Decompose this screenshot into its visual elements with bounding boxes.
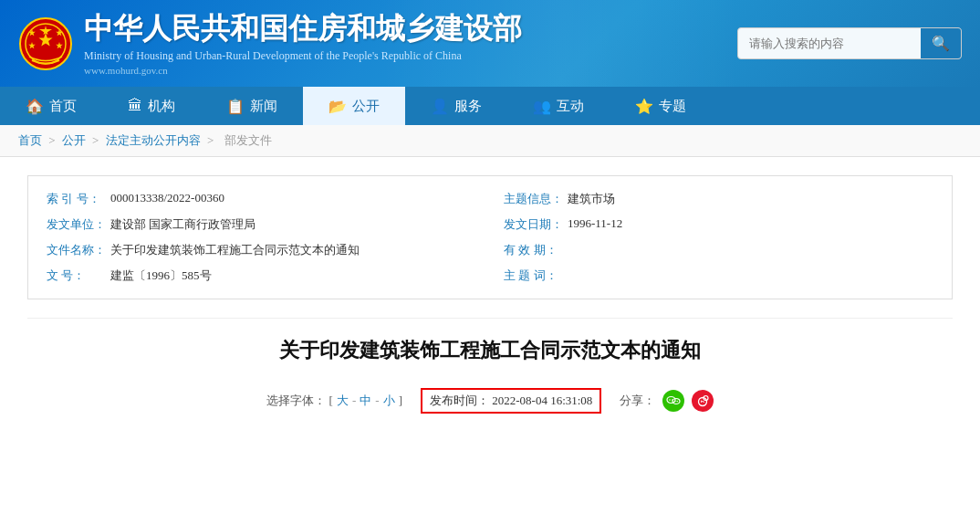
publish-time-box: 发布时间： 2022-08-04 16:31:08	[421, 388, 601, 414]
breadcrumb-content[interactable]: 法定主动公开内容	[106, 133, 201, 147]
issuer-value: 建设部 国家工商行政管理局	[110, 216, 255, 233]
header-left: 中华人民共和国住房和城乡建设部 Ministry of Housing and …	[18, 11, 522, 76]
organization-icon: 🏛	[128, 98, 142, 114]
publish-time-value: 2022-08-04 16:31:08	[492, 393, 592, 407]
publish-time-label: 发布时间：	[430, 393, 489, 407]
index-label: 索 引 号：	[47, 191, 110, 207]
font-bracket-open: [	[329, 393, 333, 408]
nav-label-interaction: 互动	[557, 98, 584, 115]
header-main-title: 中华人民共和国住房和城乡建设部	[84, 11, 522, 46]
interaction-icon: 👥	[533, 98, 551, 115]
validity-label: 有 效 期：	[504, 242, 568, 258]
doc-meta: 索 引 号： 000013338/2022-00360 主题信息： 建筑市场 发…	[27, 175, 953, 299]
main-nav: 🏠 首页 🏛 机构 📋 新闻 📂 公开 👤 服务 👥 互动 ⭐ 专题	[0, 87, 980, 125]
nav-label-service: 服务	[454, 98, 482, 115]
font-medium-button[interactable]: 中	[360, 393, 371, 409]
nav-item-news[interactable]: 📋 新闻	[201, 87, 303, 125]
meta-docnumber: 文 号： 建监〔1996〕585号	[47, 267, 476, 284]
font-size-label: 选择字体：	[266, 393, 326, 409]
logo-emblem	[18, 16, 73, 71]
svg-point-13	[674, 401, 675, 402]
doc-toolbar: 选择字体： [ 大 - 中 - 小 ] 发布时间： 2022-08-04 16:…	[27, 379, 953, 423]
issue-date-value: 1996-11-12	[568, 216, 622, 231]
meta-issue-date: 发文日期： 1996-11-12	[504, 216, 933, 233]
share-label: 分享：	[620, 393, 655, 409]
service-icon: 👤	[431, 98, 449, 115]
meta-validity: 有 效 期：	[504, 242, 933, 258]
nav-item-service[interactable]: 👤 服务	[405, 87, 507, 125]
nav-item-home[interactable]: 🏠 首页	[0, 87, 102, 125]
issue-date-label: 发文日期：	[504, 216, 568, 233]
font-sep1: -	[352, 393, 356, 408]
header-search[interactable]: 🔍	[737, 27, 962, 59]
svg-point-14	[677, 401, 678, 402]
public-icon: 📂	[328, 98, 347, 115]
font-size-selector: 选择字体： [ 大 - 中 - 小 ]	[266, 393, 402, 409]
theme-label: 主 题 词：	[504, 267, 568, 284]
nav-item-organization[interactable]: 🏛 机构	[102, 87, 201, 125]
breadcrumb-current: 部发文件	[224, 133, 272, 147]
search-input[interactable]	[738, 30, 921, 57]
svg-point-12	[672, 399, 680, 404]
svg-point-10	[670, 400, 672, 402]
font-small-button[interactable]: 小	[383, 393, 395, 409]
share-weibo-button[interactable]	[692, 390, 714, 412]
nav-label-public: 公开	[352, 98, 380, 115]
header-website: www.mohurd.gov.cn	[84, 65, 522, 76]
meta-theme: 主 题 词：	[504, 267, 933, 284]
breadcrumb-sep3: >	[207, 133, 217, 147]
meta-subject: 主题信息： 建筑市场	[504, 191, 933, 207]
filename-label: 文件名称：	[47, 242, 110, 258]
search-button[interactable]: 🔍	[921, 28, 961, 58]
svg-point-9	[667, 397, 675, 404]
font-sep2: -	[375, 393, 379, 408]
home-icon: 🏠	[26, 98, 44, 115]
meta-filename: 文件名称： 关于印发建筑装饰工程施工合同示范文本的通知	[47, 242, 476, 258]
header-title-block: 中华人民共和国住房和城乡建设部 Ministry of Housing and …	[84, 11, 522, 76]
filename-value: 关于印发建筑装饰工程施工合同示范文本的通知	[110, 242, 360, 258]
news-icon: 📋	[226, 98, 245, 115]
main-content: 索 引 号： 000013338/2022-00360 主题信息： 建筑市场 发…	[0, 157, 980, 441]
index-value: 000013338/2022-00360	[110, 191, 224, 205]
share-section: 分享：	[620, 390, 714, 412]
breadcrumb-public[interactable]: 公开	[62, 133, 86, 147]
nav-label-organization: 机构	[148, 98, 175, 115]
subject-value: 建筑市场	[568, 191, 615, 207]
breadcrumb-sep1: >	[48, 133, 58, 147]
subject-label: 主题信息：	[504, 191, 568, 207]
nav-item-public[interactable]: 📂 公开	[303, 87, 405, 125]
font-large-button[interactable]: 大	[337, 393, 349, 409]
font-bracket-close: ]	[399, 393, 402, 408]
nav-label-home: 首页	[49, 98, 77, 115]
issuer-label: 发文单位：	[47, 216, 110, 233]
meta-issuer: 发文单位： 建设部 国家工商行政管理局	[47, 216, 476, 233]
meta-index: 索 引 号： 000013338/2022-00360	[47, 191, 476, 207]
doc-title-section: 关于印发建筑装饰工程施工合同示范文本的通知	[27, 318, 953, 379]
header-sub-title: Ministry of Housing and Urban-Rural Deve…	[84, 49, 522, 63]
breadcrumb-sep2: >	[92, 133, 102, 147]
nav-label-special: 专题	[659, 98, 686, 115]
svg-point-17	[701, 401, 702, 402]
share-wechat-button[interactable]	[662, 390, 684, 412]
header: 中华人民共和国住房和城乡建设部 Ministry of Housing and …	[0, 0, 980, 87]
breadcrumb-home[interactable]: 首页	[18, 133, 42, 147]
breadcrumb: 首页 > 公开 > 法定主动公开内容 > 部发文件	[0, 125, 980, 157]
docnumber-label: 文 号：	[47, 267, 110, 284]
special-icon: ⭐	[635, 98, 653, 115]
doc-title: 关于印发建筑装饰工程施工合同示范文本的通知	[27, 337, 953, 364]
docnumber-value: 建监〔1996〕585号	[110, 267, 212, 284]
nav-item-special[interactable]: ⭐ 专题	[610, 87, 712, 125]
nav-item-interaction[interactable]: 👥 互动	[507, 87, 610, 125]
nav-label-news: 新闻	[250, 98, 277, 115]
